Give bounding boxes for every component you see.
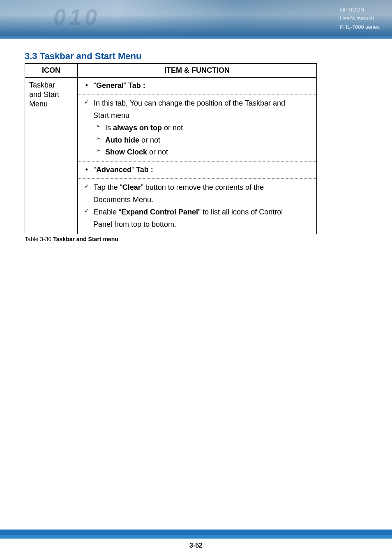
adv-line-1d: Documents Menu. [82, 194, 312, 206]
table-row: Taskbar and Start Menu • “General” Tab :… [25, 78, 317, 234]
section-title: 3.3 Taskbar and Start Menu [25, 51, 367, 62]
header-brand: OPTICON [340, 6, 380, 14]
general-tab-body: ✓ In this tab, You can change the positi… [78, 94, 316, 162]
adv-1c: ” button to remove the contents of the [141, 183, 264, 191]
icon-label-line3: Menu [29, 100, 73, 108]
gen-sub3-b: or not [147, 148, 168, 156]
general-sub-2: ➢ Auto hide or not [82, 135, 312, 146]
general-word: General [96, 81, 124, 90]
icon-label-line2: and Start [29, 90, 73, 99]
advanced-tab-header: • “Advanced” Tab : [78, 162, 316, 179]
content-area: 3.3 Taskbar and Start Menu ICON ITEM & F… [0, 39, 392, 242]
spec-table: ICON ITEM & FUNCTION Taskbar and Start M… [25, 63, 317, 234]
footer: 3-52 [0, 530, 392, 555]
general-text-1b: Start menu [93, 111, 129, 120]
general-sub-3: ➢ Show Clock or not [82, 147, 312, 158]
header-item: ITEM & FUNCTION [78, 64, 317, 78]
check-icon: ✓ [82, 98, 92, 107]
general-tab-label: “General” Tab : [94, 81, 145, 90]
check-icon: ✓ [82, 182, 92, 191]
icon-cell: Taskbar and Start Menu [25, 78, 78, 234]
adv-line-2: ✓ Enable “Expand Control Panel” to list … [82, 207, 312, 218]
advanced-tab-label: “Advanced” Tab : [94, 166, 153, 174]
caption-label: Table 3-30 [25, 236, 53, 242]
caption-title: Taskbar and Start menu [53, 236, 118, 242]
header-text-block: OPTICON User's manual PHL-7000 series [340, 6, 380, 31]
gen-sub2-b: or not [139, 136, 160, 144]
header-decorative-digits: 010 [53, 4, 100, 30]
adv-2d: Panel from top to bottom. [93, 220, 176, 228]
quote-close: ” [124, 81, 128, 90]
gen-sub2-a: Auto hide [105, 136, 139, 144]
adv-2a: Enable “ [94, 208, 121, 216]
adv-1d: Documents Menu. [93, 196, 153, 204]
footer-strip-1 [0, 530, 392, 535]
adv-1a: Tap the “ [94, 183, 122, 191]
general-line-1: ✓ In this tab, You can change the positi… [82, 98, 312, 109]
advanced-word: Advanced [96, 166, 131, 174]
header-banner: 010 OPTICON User's manual PHL-7000 serie… [0, 0, 392, 36]
gen-sub1-a: Is [105, 124, 113, 132]
general-text-1a: In this tab, You can change the position… [94, 99, 285, 107]
page: 010 OPTICON User's manual PHL-7000 serie… [0, 0, 392, 555]
bullet-icon: • [82, 164, 92, 176]
triangle-icon: ➢ [93, 147, 103, 154]
footer-strip-2 [0, 535, 392, 539]
bullet-icon: • [82, 80, 92, 92]
check-icon: ✓ [82, 207, 92, 216]
tab-label: Tab : [128, 81, 145, 90]
advanced-tab-body: ✓ Tap the “Clear” button to remove the c… [78, 179, 316, 234]
gen-sub1-b: always on top [113, 124, 162, 132]
general-sub-1: ➢ Is always on top or not [82, 122, 312, 134]
icon-label-line1: Taskbar [29, 81, 73, 90]
general-tab-header: • “General” Tab : [78, 78, 316, 94]
header-subtitle-1: User's manual [340, 14, 380, 23]
header-subtitle-2: PHL-7000 series [340, 23, 380, 32]
adv-line-1: ✓ Tap the “Clear” button to remove the c… [82, 182, 312, 193]
triangle-icon: ➢ [93, 122, 103, 130]
gen-sub1-c: or not [162, 124, 183, 132]
page-number: 3-52 [0, 539, 392, 555]
adv-2c: ” to list all icons of Control [198, 208, 283, 216]
gen-sub3-a: Show Clock [105, 148, 147, 156]
table-header-row: ICON ITEM & FUNCTION [25, 64, 317, 78]
triangle-icon: ➢ [93, 135, 103, 143]
tab-label: Tab : [136, 166, 153, 174]
quote-close: ” [131, 166, 136, 174]
adv-1b: Clear [122, 183, 141, 191]
header-icon: ICON [25, 64, 78, 78]
table-caption: Table 3-30 Taskbar and Start menu [25, 236, 367, 242]
general-line-1b: Start menu [82, 110, 312, 122]
adv-line-2d: Panel from top to bottom. [82, 219, 312, 230]
item-cell: • “General” Tab : ✓ In this tab, You can… [78, 78, 317, 234]
adv-2b: Expand Control Panel [121, 208, 198, 216]
